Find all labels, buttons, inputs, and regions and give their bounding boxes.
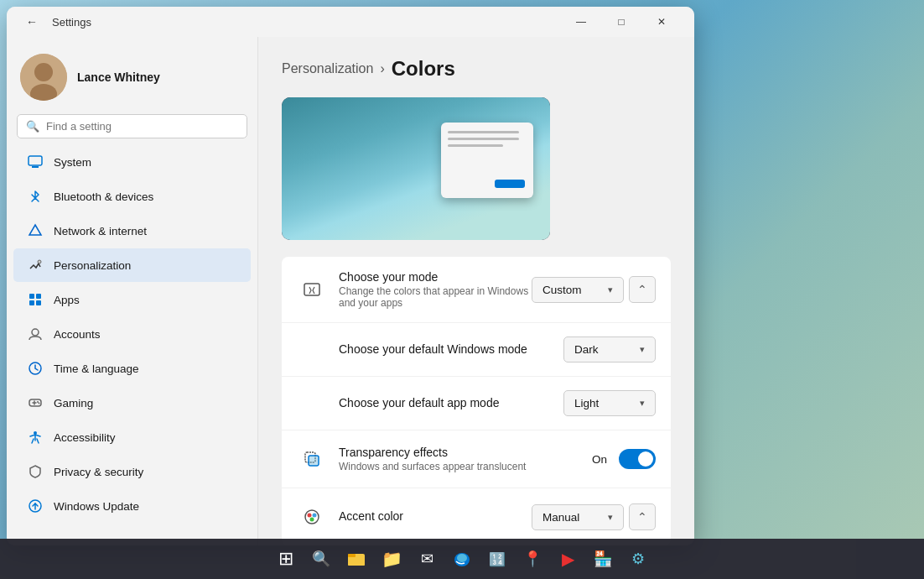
transparency-control: On [592, 449, 656, 469]
svg-point-22 [305, 510, 319, 524]
sidebar-item-personalization[interactable]: Personalization [13, 248, 251, 282]
store-button[interactable]: 🏪 [587, 543, 619, 575]
nav-item-label: Windows Update [54, 500, 139, 513]
nav-item-label: System [54, 156, 91, 169]
network-icon [27, 222, 44, 239]
file-explorer-button[interactable] [340, 543, 372, 575]
back-button[interactable]: ← [20, 10, 44, 34]
choose-mode-control: Custom▾⌃ [532, 276, 656, 303]
choose-mode-title: Choose your mode [339, 270, 532, 284]
user-name: Lance Whitney [77, 70, 160, 84]
transparency-text: Transparency effectsWindows and surfaces… [339, 446, 592, 472]
preview-line-1 [448, 131, 519, 133]
settings-row-choose-mode: Choose your modeChange the colors that a… [282, 257, 671, 323]
sidebar-item-privacy[interactable]: Privacy & security [13, 455, 251, 488]
sidebar-item-bluetooth[interactable]: Bluetooth & devices [13, 180, 251, 213]
transparency-toggle[interactable] [619, 449, 656, 469]
minimize-button[interactable]: — [562, 8, 600, 35]
svg-point-25 [310, 518, 314, 522]
svg-point-11 [32, 329, 39, 336]
settings-row-accent-color: Accent colorManual▾⌃ [282, 488, 671, 545]
svg-rect-28 [348, 554, 356, 557]
preview-line-3 [448, 144, 503, 147]
accent-color-control: Manual▾⌃ [532, 503, 656, 530]
toggle-thumb [638, 451, 653, 467]
search-taskbar-button[interactable]: 🔍 [305, 543, 337, 575]
breadcrumb-current: Colors [392, 57, 455, 81]
window-controls: — □ ✕ [562, 8, 681, 35]
close-button[interactable]: ✕ [642, 8, 681, 35]
accent-color-dropdown[interactable]: Manual▾ [532, 504, 624, 530]
window-title: Settings [52, 16, 91, 29]
taskbar-center: ⊞ 🔍 📁 ✉ 🔢 📍 ▶ 🏪 ⚙ [270, 543, 654, 575]
choose-mode-dropdown[interactable]: Custom▾ [532, 277, 624, 303]
update-icon [27, 498, 44, 514]
maps-button[interactable]: 📍 [517, 543, 548, 575]
nav-item-label: Accessibility [54, 431, 116, 444]
mail-button[interactable]: ✉ [411, 543, 443, 575]
toggle-label: On [592, 453, 607, 466]
choose-mode-expand-button[interactable]: ⌃ [629, 276, 656, 303]
preview-button [495, 180, 525, 188]
breadcrumb-parent: Personalization [282, 61, 373, 76]
svg-point-1 [34, 63, 53, 81]
nav-item-label: Gaming [54, 397, 93, 409]
personalization-icon [27, 257, 44, 274]
breadcrumb: Personalization › Colors [282, 57, 671, 81]
accent-color-title: Accent color [339, 509, 532, 523]
edge-button[interactable] [446, 543, 478, 575]
accent-color-text: Accent color [339, 509, 532, 524]
calculator-button[interactable]: 🔢 [481, 543, 513, 575]
dropdown-value: Manual [542, 511, 579, 524]
settings-taskbar-button[interactable]: ⚙ [622, 543, 654, 575]
nav-item-label: Time & language [54, 363, 139, 375]
sidebar-item-network[interactable]: Network & internet [13, 214, 251, 248]
preview-desktop [282, 97, 550, 240]
preview-line-2 [448, 138, 519, 140]
user-profile[interactable]: Lance Whitney [7, 44, 257, 114]
svg-point-30 [457, 554, 467, 562]
system-icon [27, 154, 44, 170]
search-input[interactable] [46, 120, 238, 133]
svg-point-23 [308, 514, 312, 518]
time-icon [27, 360, 44, 377]
media-button[interactable]: ▶ [552, 543, 584, 575]
app-mode-dropdown[interactable]: Light▾ [563, 390, 656, 416]
nav-item-label: Apps [54, 294, 80, 306]
dropdown-value: Custom [542, 284, 582, 296]
search-bar[interactable]: 🔍 [17, 114, 247, 138]
avatar [20, 54, 67, 101]
search-icon: 🔍 [26, 120, 39, 133]
bluetooth-icon [27, 188, 44, 205]
choose-mode-text: Choose your modeChange the colors that a… [339, 270, 532, 309]
sidebar-item-apps[interactable]: Apps [13, 283, 251, 316]
sidebar-item-system[interactable]: System [13, 145, 251, 179]
chevron-down-icon: ▾ [640, 344, 645, 355]
windows-mode-control: Dark▾ [563, 336, 656, 363]
app-mode-control: Light▾ [563, 390, 656, 416]
svg-point-14 [37, 401, 39, 403]
svg-marker-5 [29, 225, 41, 235]
svg-rect-10 [36, 300, 41, 305]
accent-color-expand-button[interactable]: ⌃ [629, 503, 656, 530]
svg-rect-8 [36, 294, 41, 299]
svg-point-6 [38, 260, 41, 263]
transparency-title: Transparency effects [339, 446, 592, 459]
folder-button[interactable]: 📁 [376, 543, 407, 575]
sidebar-item-gaming[interactable]: Gaming [13, 386, 251, 420]
sidebar-item-update[interactable]: Windows Update [13, 489, 251, 523]
preview-image [282, 97, 550, 240]
svg-rect-27 [348, 556, 365, 566]
start-button[interactable]: ⊞ [270, 543, 302, 575]
sidebar-item-time[interactable]: Time & language [13, 352, 251, 385]
dropdown-value: Dark [574, 343, 599, 356]
breadcrumb-separator: › [380, 61, 384, 76]
maximize-button[interactable]: □ [602, 8, 641, 35]
sidebar-item-accessibility[interactable]: Accessibility [13, 420, 251, 454]
accessibility-icon [27, 429, 44, 446]
sidebar-item-accounts[interactable]: Accounts [13, 317, 251, 351]
windows-mode-dropdown[interactable]: Dark▾ [563, 336, 656, 363]
settings-row-transparency: Transparency effectsWindows and surfaces… [282, 430, 671, 488]
settings-card: Choose your modeChange the colors that a… [282, 257, 671, 545]
transparency-icon [297, 444, 327, 474]
